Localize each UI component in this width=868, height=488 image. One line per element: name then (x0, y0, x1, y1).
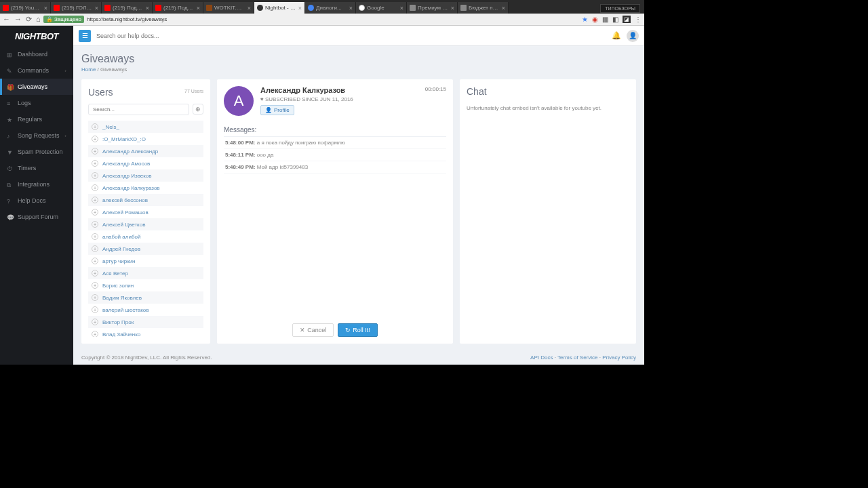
favicon-icon (410, 5, 416, 11)
favicon-icon (206, 5, 212, 11)
close-icon[interactable]: × (44, 5, 47, 12)
close-icon[interactable]: × (146, 5, 149, 12)
add-icon[interactable]: + (92, 245, 98, 252)
user-name: артур чиркин (102, 258, 136, 264)
add-icon[interactable]: + (92, 221, 98, 228)
breadcrumb-home[interactable]: Home (81, 66, 96, 73)
user-row[interactable]: +Алексей Ромашов (88, 206, 203, 218)
ext-icon-1[interactable]: ◉ (592, 16, 598, 23)
home-icon[interactable]: ⌂ (36, 15, 41, 24)
url-text[interactable]: https://beta.nightbot.tv/giveaways (87, 16, 579, 22)
browser-tab[interactable]: (219) YouTube× (0, 2, 51, 14)
add-icon[interactable]: + (92, 258, 98, 264)
add-icon[interactable]: + (92, 233, 98, 240)
add-icon[interactable]: + (92, 136, 98, 142)
add-icon[interactable]: + (92, 282, 98, 289)
back-icon[interactable]: ← (3, 15, 10, 24)
user-row[interactable]: +_Nels_ (88, 121, 203, 133)
user-row[interactable]: +Андрей Гнедов (88, 243, 203, 255)
ext-icon-2[interactable]: ▦ (602, 16, 608, 23)
close-icon[interactable]: × (502, 5, 505, 12)
sidebar-item-spam-protection[interactable]: ▼Spam Protection (0, 144, 73, 160)
add-icon[interactable]: + (92, 123, 98, 130)
user-row[interactable]: +алексей бессонов (88, 194, 203, 206)
close-icon[interactable]: × (197, 5, 200, 12)
sidebar-item-timers[interactable]: ⏱Timers (0, 160, 73, 176)
user-row[interactable]: +Борис золин (88, 279, 203, 291)
sidebar-item-dashboard[interactable]: ⊞Dashboard (0, 46, 73, 62)
close-icon[interactable]: × (451, 5, 454, 12)
footer-link[interactable]: Terms of Service (557, 354, 598, 361)
user-row[interactable]: +Вадим Яковлев (88, 291, 203, 304)
add-icon[interactable]: + (92, 172, 98, 179)
search-input[interactable] (96, 33, 606, 39)
user-row[interactable]: +алабой алибой (88, 230, 203, 243)
user-list[interactable]: +_Nels_+:O_MrMarkXD_:O+Александр Алексан… (88, 121, 203, 337)
menu-icon[interactable]: ⋮ (635, 16, 642, 23)
browser-tab[interactable]: (219) Подпис...× (153, 2, 203, 14)
add-icon[interactable]: + (92, 184, 98, 191)
browser-tab[interactable]: (219) Подпис...× (102, 2, 153, 14)
user-row[interactable]: +Александр Александр (88, 145, 203, 157)
user-row[interactable]: +Ася Ветер (88, 267, 203, 279)
forward-icon[interactable]: → (14, 15, 22, 24)
close-icon[interactable]: × (349, 5, 353, 12)
tab-label: (219) YouTube (11, 5, 42, 11)
close-icon[interactable]: × (95, 5, 98, 12)
sidebar-item-regulars[interactable]: ★Regulars (0, 111, 73, 127)
topbar: ☰ 🔔 👤 (73, 26, 644, 46)
close-icon[interactable]: × (248, 5, 251, 12)
user-row[interactable]: +Влад Зайченко (88, 328, 203, 337)
ext-icon-4[interactable]: ◪ (623, 16, 631, 23)
user-row[interactable]: +артур чиркин (88, 255, 203, 267)
sidebar-item-help-docs[interactable]: ?Help Docs (0, 192, 73, 209)
footer-link[interactable]: Privacy Policy (602, 354, 636, 361)
user-row[interactable]: +:O_MrMarkXD_:O (88, 133, 203, 145)
sidebar-item-logs[interactable]: ≡Logs (0, 95, 73, 111)
browser-tab[interactable]: WOTKIT.RU — но...× (203, 2, 254, 14)
timer: 00:00:15 (425, 86, 446, 92)
menu-toggle-icon[interactable]: ☰ (79, 30, 91, 42)
star-icon[interactable]: ★ (582, 16, 588, 23)
user-row[interactable]: +Виктор Прок (88, 316, 203, 328)
bell-icon[interactable]: 🔔 (612, 31, 621, 40)
sidebar-item-commands[interactable]: ✎Commands› (0, 62, 73, 79)
user-row[interactable]: +Александр Амосов (88, 157, 203, 169)
tab-label: (219) ГОЛДА ДЛЯ... (62, 5, 93, 11)
user-row[interactable]: +Александр Калкуразов (88, 182, 203, 194)
add-icon[interactable]: + (92, 319, 98, 325)
user-search-input[interactable] (88, 104, 189, 115)
user-row[interactable]: +Алексей Цветков (88, 218, 203, 230)
browser-tab[interactable]: Google× (356, 2, 407, 14)
profile-button[interactable]: 👤Profile (260, 105, 294, 115)
user-row[interactable]: +Александр Извеков (88, 169, 203, 182)
sidebar-item-integrations[interactable]: ⧉Integrations (0, 176, 73, 192)
user-row[interactable]: +валерий шестаков (88, 304, 203, 316)
ext-icon-3[interactable]: ◧ (612, 16, 618, 23)
sidebar-item-song-requests[interactable]: ♪Song Requests› (0, 127, 73, 144)
close-icon[interactable]: × (298, 5, 302, 12)
sidebar-item-support-forum[interactable]: 💬Support Forum (0, 209, 73, 225)
browser-tab[interactable]: Бюджет последн...× (458, 2, 509, 14)
sidebar-item-giveaways[interactable]: 🎁Giveaways (0, 79, 73, 95)
add-icon[interactable]: + (92, 270, 98, 277)
refresh-icon[interactable]: ⊕ (193, 104, 203, 115)
add-icon[interactable]: + (92, 160, 98, 167)
close-icon[interactable]: × (400, 5, 403, 12)
reload-icon[interactable]: ⟳ (26, 15, 32, 24)
browser-tab[interactable]: Диалоги...× (305, 2, 356, 14)
browser-tab[interactable]: Nightbot - Givea...× (254, 2, 305, 14)
add-icon[interactable]: + (92, 294, 98, 301)
browser-tab[interactable]: (219) ГОЛДА ДЛЯ...× (51, 2, 102, 14)
footer-link[interactable]: API Docs (530, 354, 553, 361)
roll-button[interactable]: ↻Roll It! (338, 323, 378, 337)
add-icon[interactable]: + (92, 197, 98, 203)
browser-tab[interactable]: Премиум магази...× (407, 2, 458, 14)
cancel-button[interactable]: ✕Cancel (292, 323, 334, 337)
avatar[interactable]: 👤 (627, 30, 639, 42)
winner-name: Александр Калкуразов (260, 86, 446, 94)
add-icon[interactable]: + (92, 209, 98, 216)
add-icon[interactable]: + (92, 331, 98, 337)
add-icon[interactable]: + (92, 148, 98, 155)
add-icon[interactable]: + (92, 306, 98, 313)
